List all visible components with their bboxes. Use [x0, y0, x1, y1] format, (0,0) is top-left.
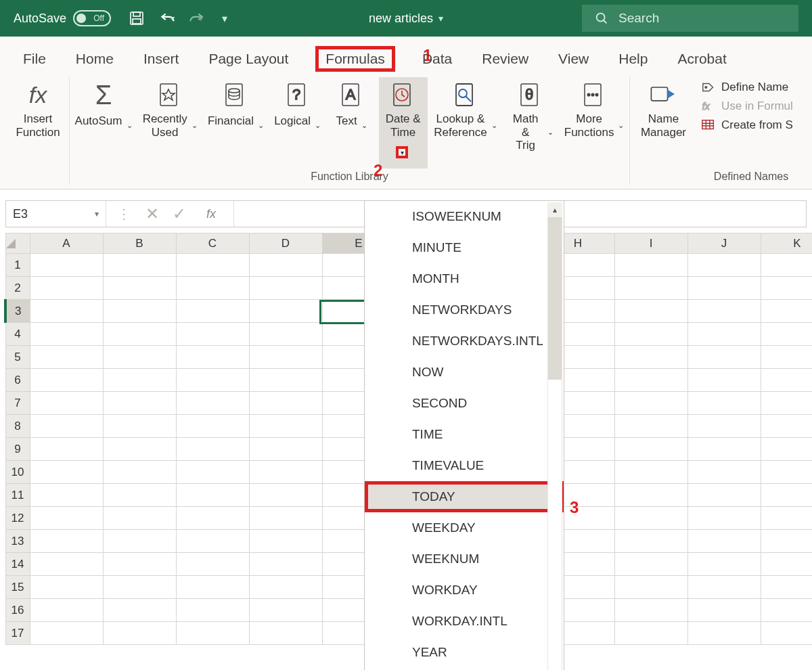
select-all-corner[interactable] — [5, 233, 30, 254]
cell[interactable] — [176, 369, 249, 392]
cell[interactable] — [30, 530, 103, 553]
cell[interactable] — [249, 553, 322, 576]
tab-insert[interactable]: Insert — [141, 47, 182, 71]
cell[interactable] — [614, 415, 687, 438]
row-header[interactable]: 1 — [5, 254, 30, 277]
row-header[interactable]: 11 — [5, 484, 30, 507]
row-header[interactable]: 2 — [5, 277, 30, 300]
cell[interactable] — [103, 599, 176, 622]
cell[interactable] — [761, 254, 812, 277]
col-header[interactable]: J — [687, 233, 761, 254]
autosum-button[interactable]: Σ AutoSum⌄ — [71, 77, 136, 169]
cell[interactable] — [176, 277, 249, 300]
dropdown-item[interactable]: YEAR — [365, 637, 564, 668]
cell[interactable] — [103, 277, 176, 300]
cell[interactable] — [30, 622, 103, 645]
cell[interactable] — [761, 507, 812, 530]
tab-help[interactable]: Help — [616, 47, 650, 71]
cell[interactable] — [614, 323, 687, 346]
row-header[interactable]: 7 — [5, 392, 30, 415]
tab-view[interactable]: View — [556, 47, 591, 71]
dropdown-item[interactable]: TODAY — [365, 481, 564, 512]
cell[interactable] — [687, 323, 761, 346]
row-header[interactable]: 16 — [5, 599, 30, 622]
drag-handle-icon[interactable]: ⋮ — [117, 206, 132, 222]
cell[interactable] — [249, 622, 322, 645]
col-header[interactable]: B — [103, 233, 176, 254]
row-header[interactable]: 10 — [5, 461, 30, 484]
cell[interactable] — [614, 300, 687, 323]
tab-page-layout[interactable]: Page Layout — [206, 47, 291, 71]
cell[interactable] — [614, 254, 687, 277]
row-header[interactable]: 17 — [5, 622, 30, 645]
cell[interactable] — [687, 622, 761, 645]
cell[interactable] — [103, 553, 176, 576]
cell[interactable] — [614, 438, 687, 461]
cell[interactable] — [30, 576, 103, 599]
cell[interactable] — [761, 530, 812, 553]
cell[interactable] — [614, 599, 687, 622]
cell[interactable] — [761, 323, 812, 346]
cell[interactable] — [687, 369, 761, 392]
row-header[interactable]: 6 — [5, 369, 30, 392]
cell[interactable] — [249, 576, 322, 599]
cell[interactable] — [761, 553, 812, 576]
row-header[interactable]: 4 — [5, 323, 30, 346]
chevron-down-icon[interactable]: ▾ — [171, 14, 175, 23]
col-header[interactable]: C — [176, 233, 249, 254]
cell[interactable] — [249, 415, 322, 438]
autosave-toggle[interactable]: AutoSave Off — [14, 10, 111, 26]
cell[interactable] — [761, 392, 812, 415]
cell[interactable] — [30, 461, 103, 484]
cell[interactable] — [103, 530, 176, 553]
cell[interactable] — [687, 599, 761, 622]
cell[interactable] — [761, 346, 812, 369]
cell[interactable] — [761, 415, 812, 438]
tab-data[interactable]: Data — [420, 47, 455, 71]
cell[interactable] — [614, 392, 687, 415]
cell[interactable] — [176, 530, 249, 553]
cell[interactable] — [103, 323, 176, 346]
dropdown-item[interactable]: WEEKNUM — [365, 543, 564, 575]
col-header[interactable]: I — [614, 233, 687, 254]
cell[interactable] — [761, 369, 812, 392]
dropdown-item[interactable]: ISOWEEKNUM — [365, 201, 564, 232]
text-button[interactable]: A Text⌄ — [328, 77, 376, 169]
cell[interactable] — [761, 461, 812, 484]
cell[interactable] — [30, 507, 103, 530]
cell[interactable] — [614, 369, 687, 392]
qat-customize-icon[interactable]: ▾ — [222, 12, 227, 25]
cell[interactable] — [103, 415, 176, 438]
enter-icon[interactable]: ✓ — [173, 204, 186, 223]
date-time-dropdown-caret[interactable]: ▾ — [396, 146, 408, 158]
row-header[interactable]: 14 — [5, 553, 30, 576]
cell[interactable] — [30, 254, 103, 277]
row-header[interactable]: 9 — [5, 438, 30, 461]
cell[interactable] — [176, 599, 249, 622]
cell[interactable] — [249, 461, 322, 484]
fx-icon[interactable]: fx — [200, 207, 223, 221]
dropdown-item[interactable]: WEEKDAY — [365, 512, 564, 543]
dropdown-item[interactable]: MONTH — [365, 263, 564, 294]
cell[interactable] — [103, 461, 176, 484]
cell[interactable] — [687, 254, 761, 277]
dropdown-scrollbar[interactable]: ▴ — [547, 202, 562, 670]
scroll-up-icon[interactable]: ▴ — [547, 202, 562, 217]
cell[interactable] — [687, 415, 761, 438]
dropdown-item[interactable]: WORKDAY.INTL — [365, 606, 564, 637]
cell[interactable] — [30, 484, 103, 507]
dropdown-item[interactable]: NOW — [365, 357, 564, 388]
define-name-button[interactable]: Define Name — [701, 80, 793, 95]
cell[interactable] — [614, 461, 687, 484]
cell[interactable] — [176, 346, 249, 369]
tab-formulas[interactable]: Formulas — [315, 46, 395, 72]
cell[interactable] — [249, 599, 322, 622]
cell[interactable] — [176, 484, 249, 507]
redo-button[interactable]: ▾ — [187, 9, 203, 28]
scroll-thumb[interactable] — [548, 217, 562, 380]
tab-home[interactable]: Home — [73, 47, 116, 71]
cell[interactable] — [30, 438, 103, 461]
col-header[interactable]: K — [761, 233, 812, 254]
dropdown-item[interactable]: TIMEVALUE — [365, 450, 564, 481]
cell[interactable] — [30, 346, 103, 369]
